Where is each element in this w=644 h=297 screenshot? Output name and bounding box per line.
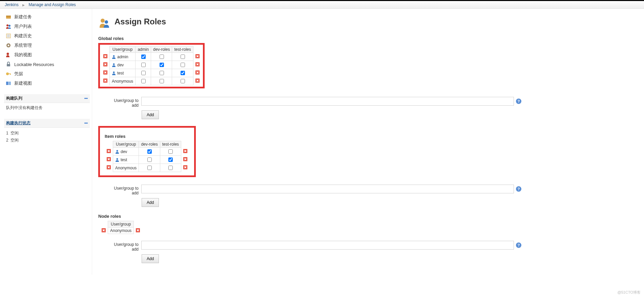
global-add-label: User/group to add: [106, 97, 139, 108]
table-row: admin: [101, 53, 202, 61]
build-queue-header: 构建队列: [4, 94, 90, 103]
role-checkbox[interactable]: [141, 79, 146, 83]
node-add-input[interactable]: [141, 241, 514, 250]
sidebar-item-users[interactable]: 用户列表: [4, 22, 90, 31]
sidebar-item-new-view[interactable]: 新建视图: [4, 79, 90, 88]
global-roles-highlight: User/group admin dev-roles test-roles ad…: [98, 43, 205, 88]
sidebar-label: 系统管理: [14, 42, 32, 48]
executor-row: 1 空闲: [6, 130, 88, 137]
node-add-label: User/group to add: [106, 241, 139, 252]
delete-row-icon[interactable]: [195, 79, 200, 83]
global-add-button[interactable]: Add: [142, 110, 159, 119]
table-row: Anonymous: [105, 164, 189, 172]
help-icon[interactable]: ?: [516, 242, 521, 248]
delete-row-icon[interactable]: [103, 54, 107, 58]
col-role: dev-roles: [139, 141, 160, 148]
svg-point-4: [8, 25, 11, 27]
delete-row-icon[interactable]: [183, 165, 187, 169]
executor-status-title[interactable]: 构建执行状态: [6, 120, 30, 126]
help-icon[interactable]: ?: [516, 186, 521, 192]
breadcrumb-jenkins[interactable]: Jenkins: [5, 2, 19, 7]
delete-row-icon[interactable]: [107, 165, 111, 169]
delete-row-icon[interactable]: [103, 79, 107, 83]
delete-row-icon[interactable]: [107, 157, 111, 161]
assign-roles-icon: [98, 17, 110, 30]
table-row: Anonymous: [100, 228, 142, 234]
sidebar-label: Lockable Resources: [14, 62, 54, 67]
role-checkbox[interactable]: [147, 149, 152, 154]
collapse-icon[interactable]: [84, 98, 88, 99]
node-add-button[interactable]: Add: [142, 254, 159, 263]
role-checkbox[interactable]: [147, 166, 152, 170]
sidebar-item-my-views[interactable]: 我的视图: [4, 50, 90, 60]
col-user-group: User/group: [113, 141, 139, 148]
col-role: test-roles: [160, 141, 181, 148]
sidebar-item-credentials[interactable]: 凭据: [4, 69, 90, 79]
breadcrumb-manage-roles[interactable]: Manage and Assign Roles: [28, 2, 76, 7]
user-icon: [112, 71, 116, 75]
delete-row-icon[interactable]: [195, 70, 200, 75]
col-user-group: User/group: [108, 221, 134, 228]
role-checkbox[interactable]: [181, 55, 185, 59]
my-views-icon: [5, 52, 12, 58]
role-checkbox[interactable]: [160, 79, 164, 83]
build-queue-body: 队列中没有构建任务: [4, 103, 90, 113]
role-checkbox[interactable]: [147, 157, 152, 162]
svg-point-10: [8, 45, 9, 46]
svg-point-3: [6, 24, 8, 26]
sidebar-item-lockable[interactable]: Lockable Resources: [4, 60, 90, 69]
svg-point-11: [7, 53, 9, 55]
sidebar-label: 凭据: [14, 71, 23, 77]
global-add-input[interactable]: [141, 97, 514, 106]
page-title: Assign Roles: [115, 17, 166, 26]
sidebar-label: 构建历史: [14, 33, 32, 39]
role-checkbox[interactable]: [141, 55, 146, 59]
role-checkbox[interactable]: [181, 71, 185, 75]
sidebar-label: 用户列表: [14, 23, 32, 29]
executor-status-body: 1 空闲 2 空闲: [4, 128, 90, 146]
credentials-icon: [5, 71, 12, 77]
lock-icon: [5, 61, 12, 67]
role-checkbox[interactable]: [160, 63, 164, 67]
sidebar-item-manage[interactable]: 系统管理: [4, 41, 90, 50]
delete-row-icon[interactable]: [102, 228, 106, 232]
delete-row-icon[interactable]: [195, 62, 200, 66]
delete-row-icon[interactable]: [183, 157, 187, 161]
sidebar-label: 新建视图: [14, 80, 32, 86]
item-roles-title: Item roles: [105, 134, 189, 139]
sidebar-item-build-history[interactable]: 构建历史: [4, 31, 90, 41]
role-checkbox[interactable]: [181, 79, 185, 83]
new-view-icon: [5, 80, 12, 86]
sidebar-label: 新建任务: [14, 14, 32, 20]
role-checkbox[interactable]: [141, 63, 146, 67]
role-checkbox[interactable]: [168, 149, 173, 154]
collapse-icon[interactable]: [84, 123, 88, 124]
table-row: dev: [101, 61, 202, 69]
table-row: test: [105, 156, 189, 164]
delete-row-icon[interactable]: [183, 149, 187, 153]
global-roles-table: User/group admin dev-roles test-roles ad…: [101, 46, 202, 85]
role-checkbox[interactable]: [141, 71, 146, 75]
role-checkbox[interactable]: [181, 63, 185, 67]
svg-point-18: [101, 19, 105, 23]
item-add-button[interactable]: Add: [142, 198, 159, 207]
breadcrumb-sep: ▶: [22, 3, 25, 7]
sidebar-item-new-job[interactable]: 新建任务: [4, 12, 90, 22]
help-icon[interactable]: ?: [516, 99, 521, 104]
col-role: dev-roles: [151, 46, 172, 53]
role-checkbox[interactable]: [160, 55, 164, 59]
svg-rect-17: [9, 82, 11, 85]
history-icon: [5, 33, 12, 39]
role-checkbox[interactable]: [160, 71, 164, 75]
delete-row-icon[interactable]: [195, 54, 200, 58]
delete-row-icon[interactable]: [107, 149, 111, 153]
new-job-icon: [5, 14, 12, 20]
delete-row-icon[interactable]: [103, 62, 107, 66]
role-checkbox[interactable]: [168, 157, 173, 162]
delete-row-icon[interactable]: [136, 228, 140, 232]
node-roles-table: User/group Anonymous: [100, 221, 142, 234]
item-add-input[interactable]: [141, 185, 514, 193]
delete-row-icon[interactable]: [103, 70, 107, 75]
role-checkbox[interactable]: [168, 166, 173, 170]
executor-status-header: 构建执行状态: [4, 119, 90, 128]
